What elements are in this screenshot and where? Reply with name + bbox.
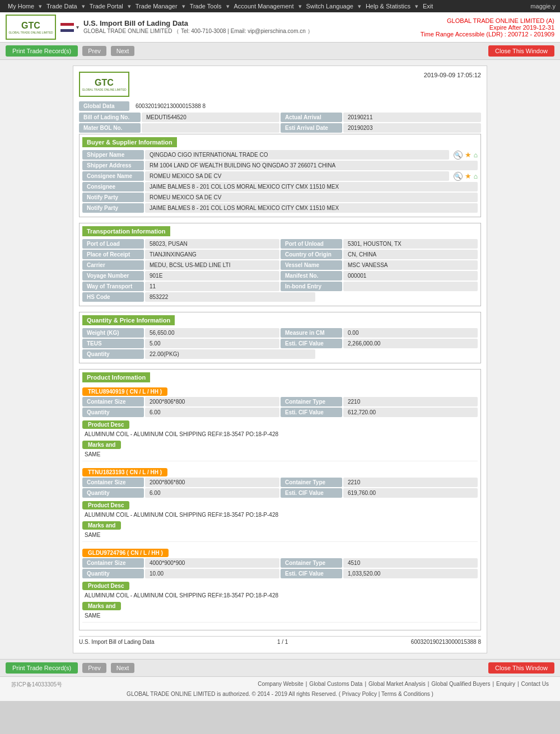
buyer-supplier-section: Buyer & Supplier Information Shipper Nam… [79, 134, 481, 217]
nav-trade-manager[interactable]: Trade Manager [132, 2, 181, 11]
time-range: Time Range Accessible (LDR) : 200712 - 2… [421, 31, 554, 38]
consignee-value: JAIME BALMES 8 - 201 COL LOS MORAL MEXIC… [145, 182, 478, 191]
product-desc-text-1: ALUMINUM COIL - ALUMINUM COIL SHIPPING R… [82, 511, 478, 519]
footer-customs-data[interactable]: Global Customs Data [309, 681, 362, 687]
header-title-block: U.S. Import Bill of Lading Data GLOBAL T… [83, 19, 313, 35]
carrier-value: MEDU, BCSL US-MED LINE LTI [145, 260, 279, 270]
nav-help[interactable]: Help & Statistics [362, 2, 414, 11]
nav-trade-data[interactable]: Trade Data [43, 2, 81, 11]
container-size-row-1: Container Size 2000*806*800 Container Ty… [82, 478, 478, 487]
esti-cif-label: Esti. CIF Value [281, 339, 342, 348]
container-id-2[interactable]: GLDU9724796 ( CN / L / HH ) [82, 549, 169, 557]
quantity-section-header: Quantity & Price Information [82, 315, 175, 325]
expire-date: Expire After 2019-12-31 [421, 24, 554, 31]
nav-menu: My Home ▾ Trade Data ▾ Trade Portal ▾ Tr… [4, 2, 436, 11]
container-type-value-0: 2210 [343, 397, 478, 406]
buyer-section-header: Buyer & Supplier Information [82, 137, 177, 147]
hs-code-label: HS Code [82, 292, 144, 302]
brand-name: GLOBAL TRADE ONLINE LIMITED (A) [421, 17, 554, 24]
footer-icp: 苏ICP备14033305号 [11, 681, 62, 689]
record-logo: GTC GLOBAL TRADE ONLINE LIMITED [79, 72, 129, 97]
container-type-label-2: Container Type [281, 558, 342, 568]
consignee-name-value: ROMEU MEXICO SA DE CV [145, 171, 449, 181]
consignee-home-icon[interactable]: ⌂ [474, 172, 478, 180]
prev-button-top[interactable]: Prev [82, 46, 106, 56]
place-receipt-row: Place of Receipt TIANJINXINGANG Country … [82, 250, 478, 259]
container-cif-label-0: Esti. CIF Value [281, 408, 342, 417]
quantity-value: 22.00(PKG) [145, 349, 315, 359]
container-size-label-2: Container Size [82, 558, 144, 568]
place-of-receipt-value: TIANJINXINGANG [145, 250, 279, 259]
container-qty-value-1: 6.00 [145, 488, 279, 498]
measure-cm-value: 0.00 [343, 328, 478, 338]
footer-enquiry[interactable]: Enquiry [496, 681, 515, 687]
next-button-bottom[interactable]: Next [111, 663, 135, 673]
product-desc-btn-2: Product Desc [82, 582, 129, 590]
shipper-address-value: RM 1004 LAND OF WEALTH BUILDING NO QINGD… [145, 161, 478, 170]
prev-button-bottom[interactable]: Prev [82, 663, 106, 673]
global-data-value: 600320190213000015388 8 [132, 102, 209, 110]
nav-account[interactable]: Account Management [231, 2, 297, 11]
footer-contact[interactable]: Contact Us [521, 681, 549, 687]
actual-arrival-value: 20190211 [343, 113, 481, 122]
container-block-0: TRLU8940919 ( CN / L / HH ) Container Si… [82, 385, 478, 461]
header-right: GLOBAL TRADE ONLINE LIMITED (A) Expire A… [421, 17, 554, 38]
footer-title: U.S. Import Bill of Lading Data [79, 639, 155, 645]
marks-text-0: SAME [82, 450, 478, 459]
next-button-top[interactable]: Next [111, 46, 135, 56]
print-button-bottom[interactable]: Print Trade Record(s) [6, 662, 78, 674]
shipper-icons: 🔍 ★ ⌂ [450, 150, 478, 160]
shipper-star-icon[interactable]: ★ [465, 151, 472, 159]
bottom-action-bar: Print Trade Record(s) Prev Next Close Th… [0, 659, 560, 676]
header-bar: GTC GLOBAL TRADE ONLINE LIMITED ▾ U.S. I… [0, 12, 560, 43]
container-qty-label-2: Quantity [82, 569, 144, 578]
nav-exit[interactable]: Exit [419, 2, 436, 11]
shipper-search-icon[interactable]: 🔍 [454, 151, 463, 160]
buyer-section-body: Shipper Name QINGDAO CIGO INTERNATIONAL … [80, 150, 480, 217]
nav-my-home[interactable]: My Home [4, 2, 38, 11]
country-origin-value: CN, CHINA [343, 250, 478, 259]
top-action-bar: Print Trade Record(s) Prev Next Close Th… [0, 43, 560, 60]
container-cif-value-2: 1,033,520.00 [343, 569, 478, 578]
close-button-top[interactable]: Close This Window [488, 45, 554, 57]
consignee-star-icon[interactable]: ★ [465, 172, 472, 180]
transport-section-header: Transportation Information [82, 226, 170, 236]
voyage-number-value: 901E [145, 271, 279, 280]
footer-page: 1 / 1 [277, 639, 288, 645]
footer-id: 600320190213000015388 8 [411, 639, 481, 645]
print-button-top[interactable]: Print Trade Record(s) [6, 45, 78, 57]
shipper-home-icon[interactable]: ⌂ [474, 151, 478, 159]
container-id-0[interactable]: TRLU8940919 ( CN / L / HH ) [82, 387, 167, 396]
consignee-icons: 🔍 ★ ⌂ [450, 171, 478, 181]
record-timestamp: 2019-09-09 17:05:12 [424, 72, 481, 78]
footer-qualified-buyers[interactable]: Global Qualified Buyers [431, 681, 490, 687]
logo-section: GTC GLOBAL TRADE ONLINE LIMITED ▾ U.S. I… [6, 15, 313, 40]
shipper-name-value: QINGDAO CIGO INTERNATIONAL TRADE CO [145, 150, 449, 160]
quantity-label: Quantity [82, 349, 144, 359]
container-cif-value-0: 612,720.00 [343, 408, 478, 417]
container-id-1[interactable]: TTNU1823193 ( CN / L / HH ) [82, 468, 167, 476]
consignee-name-row: Consignee Name ROMEU MEXICO SA DE CV 🔍 ★… [82, 171, 478, 181]
flag-dropdown[interactable]: ▾ [76, 24, 79, 30]
nav-language[interactable]: Switch Language [303, 2, 357, 11]
nav-trade-portal[interactable]: Trade Portal [86, 2, 127, 11]
nav-trade-tools[interactable]: Trade Tools [186, 2, 225, 11]
manifest-no-value: 000001 [343, 271, 478, 280]
container-size-label-0: Container Size [82, 397, 144, 406]
notify-party2-row: Notify Party JAIME BALMES 8 - 201 COL LO… [82, 203, 478, 213]
way-transport-label: Way of Transport [82, 282, 144, 291]
footer-company-website[interactable]: Company Website [258, 681, 304, 687]
consignee-search-icon[interactable]: 🔍 [454, 172, 463, 181]
flag-selector[interactable]: ▾ [60, 23, 79, 32]
consignee-row: Consignee JAIME BALMES 8 - 201 COL LOS M… [82, 182, 478, 191]
record-logo-sub: GLOBAL TRADE ONLINE LIMITED [82, 88, 126, 91]
marks-text-1: SAME [82, 531, 478, 539]
footer-links: Company Website | Global Customs Data | … [258, 681, 549, 687]
notify-party-value: ROMEU MEXICO SA DE CV [145, 193, 478, 202]
container-cif-label-1: Esti. CIF Value [281, 488, 342, 498]
close-button-bottom[interactable]: Close This Window [488, 662, 554, 674]
gtc-logo: GTC GLOBAL TRADE ONLINE LIMITED [6, 15, 56, 40]
product-desc-btn-1: Product Desc [82, 501, 129, 509]
consignee-label: Consignee [82, 182, 144, 191]
footer-market-analysis[interactable]: Global Market Analysis [368, 681, 426, 687]
